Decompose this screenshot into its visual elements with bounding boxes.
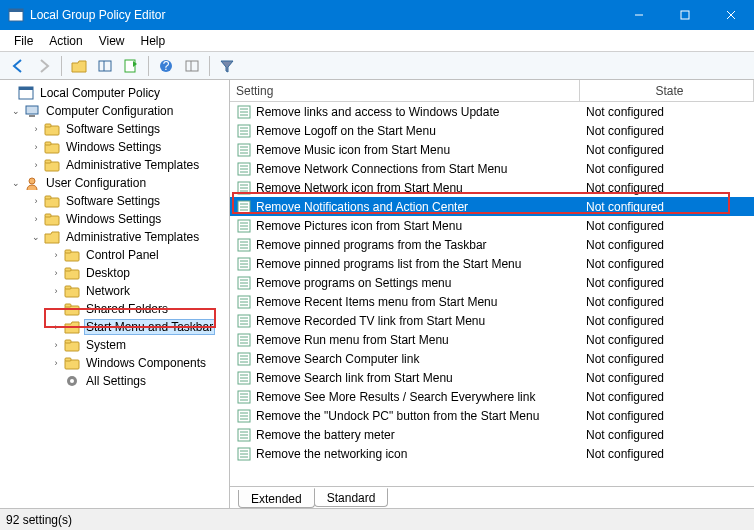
tree-item[interactable]: ›Windows Components [2,354,227,372]
tree-item[interactable]: ›System [2,336,227,354]
tree-item[interactable]: ›Software Settings [2,192,227,210]
maximize-button[interactable] [662,0,708,30]
tree-label: Administrative Templates [64,230,201,244]
chevron-down-icon[interactable]: ⌄ [30,231,42,243]
tree-item[interactable]: ▶Shared Folders [2,300,227,318]
chevron-right-icon[interactable]: › [30,141,42,153]
column-header-setting[interactable]: Setting [230,80,580,101]
chevron-right-icon[interactable]: › [50,321,62,333]
list-row[interactable]: Remove See More Results / Search Everywh… [230,387,754,406]
list-row[interactable]: Remove Network Connections from Start Me… [230,159,754,178]
chevron-right-icon[interactable]: › [50,357,62,369]
chevron-right-icon[interactable]: › [50,249,62,261]
tree-label: Start Menu and Taskbar [84,319,215,335]
folder-icon [64,337,80,353]
list-row[interactable]: Remove Music icon from Start MenuNot con… [230,140,754,159]
setting-name: Remove Pictures icon from Start Menu [256,219,580,233]
list-row[interactable]: Remove Pictures icon from Start MenuNot … [230,216,754,235]
tab-extended[interactable]: Extended [238,490,315,508]
chevron-right-icon[interactable]: › [50,285,62,297]
folder-icon [44,193,60,209]
show-hide-tree-button[interactable] [93,55,117,77]
chevron-right-icon[interactable]: › [30,213,42,225]
setting-name: Remove See More Results / Search Everywh… [256,390,580,404]
tree-label: Desktop [84,266,132,280]
toolbar-separator [209,56,210,76]
list-body[interactable]: Remove links and access to Windows Updat… [230,102,754,486]
chevron-down-icon[interactable]: ⌄ [10,177,22,189]
minimize-button[interactable] [616,0,662,30]
list-row[interactable]: Remove Network icon from Start MenuNot c… [230,178,754,197]
setting-state: Not configured [580,314,754,328]
menu-view[interactable]: View [91,32,133,50]
tree-label: Software Settings [64,122,162,136]
chevron-right-icon[interactable]: › [50,267,62,279]
setting-icon [236,294,252,310]
folder-icon [64,355,80,371]
list-row[interactable]: Remove pinned programs from the TaskbarN… [230,235,754,254]
menu-help[interactable]: Help [133,32,174,50]
up-button[interactable] [67,55,91,77]
list-row[interactable]: Remove programs on Settings menuNot conf… [230,273,754,292]
tree-label: User Configuration [44,176,148,190]
tab-standard[interactable]: Standard [314,488,389,507]
tree-pane[interactable]: ▶Local Computer Policy ⌄Computer Configu… [0,80,230,508]
back-button[interactable] [6,55,30,77]
column-header-state[interactable]: State [580,80,754,101]
tree-item[interactable]: ⌄Administrative Templates [2,228,227,246]
close-button[interactable] [708,0,754,30]
tree-item[interactable]: ›Network [2,282,227,300]
list-row[interactable]: Remove Recorded TV link from Start MenuN… [230,311,754,330]
setting-icon [236,370,252,386]
help-button[interactable]: ? [154,55,178,77]
list-row[interactable]: Remove pinned programs list from the Sta… [230,254,754,273]
tree-item[interactable]: ›Windows Settings [2,138,227,156]
menu-file[interactable]: File [6,32,41,50]
setting-name: Remove Music icon from Start Menu [256,143,580,157]
chevron-right-icon[interactable]: › [30,159,42,171]
tree-label: Shared Folders [84,302,170,316]
tree-user-config[interactable]: ⌄User Configuration [2,174,227,192]
setting-name: Remove the "Undock PC" button from the S… [256,409,580,423]
folder-icon [64,265,80,281]
tree-item[interactable]: ▶All Settings [2,372,227,390]
list-row[interactable]: Remove Search link from Start MenuNot co… [230,368,754,387]
chevron-right-icon[interactable]: › [50,339,62,351]
menu-action[interactable]: Action [41,32,90,50]
tree-computer-config[interactable]: ⌄Computer Configuration [2,102,227,120]
tree-label: Computer Configuration [44,104,175,118]
setting-name: Remove Recent Items menu from Start Menu [256,295,580,309]
setting-icon [236,180,252,196]
list-row[interactable]: Remove Search Computer linkNot configure… [230,349,754,368]
setting-icon [236,446,252,462]
setting-name: Remove Logoff on the Start Menu [256,124,580,138]
forward-button[interactable] [32,55,56,77]
tree-start-menu-taskbar[interactable]: ›Start Menu and Taskbar [2,318,227,336]
list-row[interactable]: Remove the "Undock PC" button from the S… [230,406,754,425]
chevron-down-icon[interactable]: ⌄ [10,105,22,117]
list-row[interactable]: Remove the battery meterNot configured [230,425,754,444]
list-row[interactable]: Remove the networking iconNot configured [230,444,754,463]
list-row[interactable]: Remove Recent Items menu from Start Menu… [230,292,754,311]
properties-button[interactable] [180,55,204,77]
filter-button[interactable] [215,55,239,77]
list-row[interactable]: Remove Run menu from Start MenuNot confi… [230,330,754,349]
chevron-right-icon[interactable]: › [30,195,42,207]
svg-text:?: ? [163,59,170,73]
setting-icon [236,256,252,272]
chevron-right-icon[interactable]: › [30,123,42,135]
tree-item[interactable]: ›Control Panel [2,246,227,264]
tree-item[interactable]: ›Software Settings [2,120,227,138]
tree-item[interactable]: ›Administrative Templates [2,156,227,174]
list-row[interactable]: Remove Logoff on the Start MenuNot confi… [230,121,754,140]
list-row[interactable]: Remove links and access to Windows Updat… [230,102,754,121]
list-row[interactable]: Remove Notifications and Action CenterNo… [230,197,754,216]
export-button[interactable] [119,55,143,77]
tree-root[interactable]: ▶Local Computer Policy [2,84,227,102]
tree-item[interactable]: ›Desktop [2,264,227,282]
menu-bar: File Action View Help [0,30,754,52]
tree-item[interactable]: ›Windows Settings [2,210,227,228]
folder-icon [44,211,60,227]
toolbar: ? [0,52,754,80]
setting-state: Not configured [580,371,754,385]
